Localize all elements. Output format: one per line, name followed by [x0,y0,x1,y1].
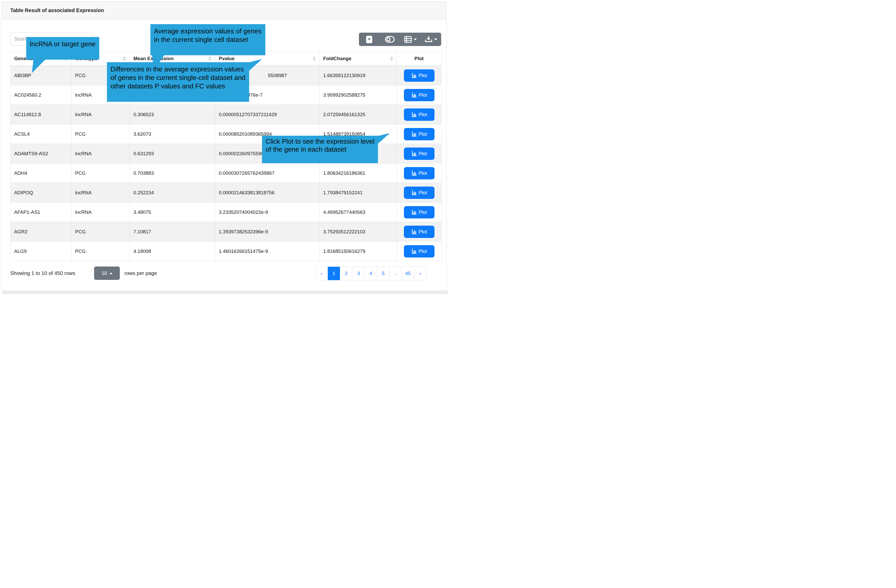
cell-genename: AC024560.2 [11,85,72,105]
table-row: ADH4PCG0.7038830.00003072657624398671.80… [11,163,442,183]
pagination-switch-button[interactable] [359,33,379,46]
cell-genetype: lncRNA [72,202,130,222]
cell-plot: Plot [397,163,442,183]
cell-genename: ADIPOQ [11,183,72,202]
plot-button-label: Plot [419,210,427,215]
cell-genetype: PCG [72,242,130,261]
plot-button[interactable]: Plot [404,69,434,82]
chevron-down-icon [434,38,437,40]
cell-genename: ACSL4 [11,125,72,144]
cell-genetype: lncRNA [72,144,130,163]
showing-text: Showing 1 to 10 of 450 rows [10,266,75,280]
cell-mean-expression: 0.703883 [130,163,215,183]
cell-mean-expression: 0.306523 [130,105,215,125]
cell-plot: Plot [397,85,442,105]
column-label: Pvalue [219,56,235,61]
tooltip-plot: Click Plot to see the expression level o… [262,136,378,163]
cell-foldchange: 3.95992902588275 [320,85,397,105]
cell-mean-expression: 0.252234 [130,183,215,202]
pagination: ‹12345...45› [315,266,427,280]
column-label: Plot [414,56,424,61]
cell-genename: ADAMTS9-AS2 [11,144,72,163]
plot-button-label: Plot [419,229,427,235]
cell-genetype: PCG [72,222,130,242]
plot-button[interactable]: Plot [404,147,434,160]
cell-pvalue: 0.0000214633813818756 [215,183,320,202]
cell-genename: AC114812.8 [11,105,72,125]
chevron-up-icon [110,272,113,274]
cell-genename: AGR2 [11,222,72,242]
cell-genetype: lncRNA [72,183,130,202]
plot-button[interactable]: Plot [404,128,434,140]
bar-chart-icon [411,72,418,79]
table-row: ADIPOQlncRNA0.2522340.000021463381381875… [11,183,442,202]
cell-plot: Plot [397,144,442,163]
table-toolbar [359,33,441,46]
plot-button[interactable]: Plot [404,206,434,219]
cell-genename: ALG9 [11,242,72,261]
plot-button-label: Plot [419,131,427,137]
cell-plot: Plot [397,242,442,261]
cell-mean-expression: 3.48075 [130,202,215,222]
page-item-2[interactable]: 2 [340,267,352,280]
cell-plot: Plot [397,125,442,144]
plot-button[interactable]: Plot [404,245,434,257]
bar-chart-icon [411,111,418,118]
sort-icon[interactable] [208,56,211,61]
chevron-down-icon [414,38,417,40]
toggle-view-button[interactable] [379,33,400,46]
bar-chart-icon [411,170,418,176]
panel-header: Table Result of associated Expression [2,2,446,20]
cell-plot: Plot [397,183,442,202]
sort-icon[interactable] [123,56,126,61]
bar-chart-icon [411,131,418,137]
pagination-switch-icon [366,36,372,43]
cell-foldchange: 2.07259456161325 [320,105,397,125]
page-item-3[interactable]: 3 [352,267,365,280]
column-label: FoldChange [323,56,352,61]
cell-foldchange: 1.7938479152241 [320,183,397,202]
cell-pvalue: 1.39397382532396e-9 [215,222,320,242]
cell-mean-expression: 7.10817 [130,222,215,242]
table-row: AGR2PCG7.108171.39397382532396e-93.75293… [11,222,442,242]
page-item-1[interactable]: 1 [328,267,340,280]
cell-foldchange: 1.80634216186361 [320,163,397,183]
table-row: ALG9PCG4.180081.46016266151475e-91.81685… [11,242,442,261]
page-prev[interactable]: ‹ [315,267,328,280]
page-size-value: 10 [101,270,107,276]
sort-icon[interactable] [312,56,316,61]
cell-genetype: PCG [72,125,130,144]
page-item-5[interactable]: 5 [377,267,390,280]
bar-chart-icon [411,228,418,235]
plot-button-label: Plot [419,112,427,117]
plot-button-label: Plot [419,190,427,196]
cell-pvalue: 0.0000307265762439867 [215,163,320,183]
plot-button-label: Plot [419,92,427,98]
plot-button[interactable]: Plot [404,108,434,121]
plot-button[interactable]: Plot [404,187,434,199]
plot-button[interactable]: Plot [404,167,434,179]
page-item-4[interactable]: 4 [365,267,377,280]
plot-button[interactable]: Plot [404,89,434,101]
bar-chart-icon [411,189,418,196]
page-title: Table Result of associated Expression [10,2,104,19]
page-item-45[interactable]: 45 [402,267,414,280]
columns-icon [404,36,412,43]
cell-mean-expression: 4.18008 [130,242,215,261]
cell-plot: Plot [397,202,442,222]
cell-foldchange: 1.81685150616279 [320,242,397,261]
toggle-icon [385,35,395,43]
page-next[interactable]: › [414,267,427,280]
export-dropdown-button[interactable] [421,33,441,46]
column-header-foldchange[interactable]: FoldChange [320,52,397,66]
plot-button[interactable]: Plot [404,226,434,238]
page-size-selector[interactable]: 10 [94,266,120,280]
table-row: AC114812.8lncRNA0.3065230.00000512707337… [11,105,442,125]
columns-dropdown-button[interactable] [400,33,421,46]
page-ellipsis[interactable]: ... [390,267,402,280]
column-header-plot: Plot [397,52,442,66]
page: Table Result of associated Expression [0,0,448,294]
cell-foldchange: 1.66358122130919 [320,66,397,85]
cell-plot: Plot [397,105,442,125]
sort-icon[interactable] [390,56,393,61]
